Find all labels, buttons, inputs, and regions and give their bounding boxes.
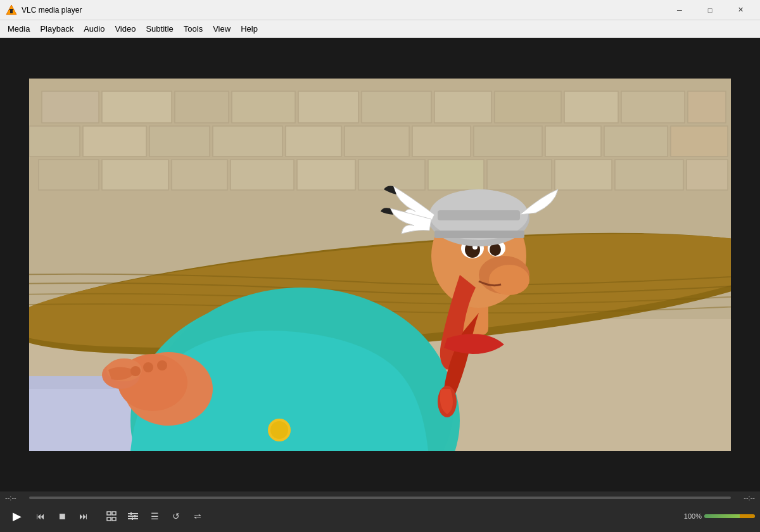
svg-point-52 [157, 360, 167, 370]
svg-rect-31 [297, 160, 355, 190]
svg-rect-13 [564, 91, 618, 123]
playlist-button[interactable]: ☰ [144, 506, 165, 526]
svg-rect-34 [487, 160, 552, 190]
menu-item-subtitle[interactable]: Subtitle [141, 22, 178, 36]
loop-button[interactable]: ↺ [166, 506, 186, 526]
volume-bar[interactable] [704, 514, 755, 518]
svg-point-56 [489, 265, 529, 295]
svg-rect-8 [232, 91, 295, 123]
app-title: VLC media player [22, 6, 665, 15]
svg-rect-27 [39, 160, 99, 190]
controls-area: --:-- --:-- ▶ ⏮ ⏹ ⏭ [0, 491, 760, 532]
svg-rect-7 [175, 91, 229, 123]
svg-rect-15 [688, 91, 726, 123]
svg-rect-2 [10, 9, 13, 10]
svg-rect-20 [286, 126, 341, 156]
svg-rect-32 [358, 160, 425, 190]
svg-rect-21 [345, 126, 409, 156]
svg-rect-67 [107, 512, 111, 515]
svg-rect-33 [428, 160, 484, 190]
svg-rect-75 [134, 515, 136, 517]
svg-rect-19 [213, 126, 282, 156]
volume-level-orange [740, 514, 755, 518]
volume-area: 100% [684, 512, 755, 520]
menu-item-playback[interactable]: Playback [35, 22, 79, 36]
buttons-row: ▶ ⏮ ⏹ ⏭ [5, 504, 755, 528]
prev-button[interactable]: ⏮ [30, 506, 51, 526]
shuffle-button[interactable]: ⇌ [187, 506, 208, 526]
menu-item-video[interactable]: Video [110, 22, 141, 36]
svg-rect-5 [42, 91, 99, 123]
svg-rect-36 [615, 160, 683, 190]
video-container[interactable] [0, 38, 760, 491]
fullscreen-button[interactable] [101, 506, 122, 526]
menu-item-tools[interactable]: Tools [179, 22, 208, 36]
svg-rect-37 [687, 160, 728, 190]
svg-point-51 [143, 362, 153, 372]
svg-rect-17 [83, 126, 146, 156]
svg-rect-9 [298, 91, 358, 123]
extended-settings-button[interactable] [123, 506, 143, 526]
svg-rect-69 [107, 517, 111, 521]
svg-rect-66 [434, 231, 524, 238]
svg-rect-24 [545, 126, 601, 156]
svg-rect-74 [130, 512, 132, 515]
menu-item-view[interactable]: View [208, 22, 236, 36]
svg-rect-12 [495, 91, 561, 123]
time-elapsed: --:-- [5, 494, 25, 502]
play-button[interactable]: ▶ [5, 504, 29, 528]
volume-level-green [704, 514, 740, 518]
video-frame [29, 79, 731, 451]
menu-item-help[interactable]: Help [236, 22, 263, 36]
title-bar: VLC media player ─ □ ✕ [0, 0, 760, 20]
vlc-logo [5, 4, 18, 16]
svg-point-50 [130, 366, 141, 376]
menu-bar: MediaPlaybackAudioVideoSubtitleToolsView… [0, 20, 760, 38]
svg-rect-71 [128, 513, 138, 514]
close-button[interactable]: ✕ [726, 0, 755, 20]
svg-rect-76 [132, 517, 133, 520]
next-button[interactable]: ⏭ [73, 506, 94, 526]
window-controls: ─ □ ✕ [665, 0, 755, 20]
svg-rect-1 [10, 10, 13, 13]
time-remaining: --:-- [735, 494, 755, 502]
svg-rect-72 [128, 516, 138, 517]
maximize-button[interactable]: □ [695, 0, 725, 20]
svg-rect-22 [412, 126, 471, 156]
svg-rect-70 [112, 517, 116, 521]
svg-rect-18 [149, 126, 210, 156]
svg-rect-14 [621, 91, 685, 123]
svg-rect-28 [102, 160, 168, 190]
svg-rect-6 [102, 91, 172, 123]
svg-point-45 [270, 421, 288, 439]
minimize-button[interactable]: ─ [665, 0, 694, 20]
svg-rect-29 [172, 160, 227, 190]
svg-rect-68 [112, 512, 116, 515]
svg-rect-23 [474, 126, 542, 156]
menu-item-audio[interactable]: Audio [79, 22, 110, 36]
svg-rect-10 [362, 91, 431, 123]
menu-item-media[interactable]: Media [3, 22, 35, 36]
stop-button[interactable]: ⏹ [52, 506, 72, 526]
svg-rect-35 [555, 160, 612, 190]
svg-rect-16 [29, 126, 80, 156]
svg-rect-25 [604, 126, 668, 156]
seek-row: --:-- --:-- [5, 494, 755, 502]
svg-rect-26 [671, 126, 728, 156]
seek-bar[interactable] [29, 497, 731, 499]
svg-rect-11 [434, 91, 491, 123]
volume-label: 100% [684, 512, 702, 520]
svg-rect-30 [231, 160, 294, 190]
svg-rect-65 [438, 210, 520, 220]
